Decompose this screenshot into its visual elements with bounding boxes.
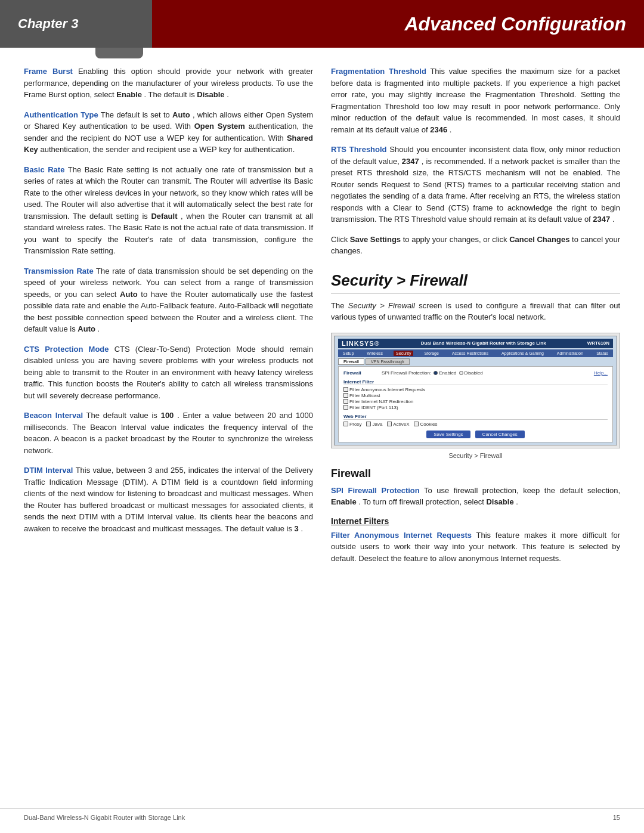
checkbox-nat	[343, 399, 348, 404]
ss-web-filter-row: Proxy Java ActiveX Cookies	[343, 422, 608, 427]
chapter-tab	[95, 48, 143, 58]
ss-web-cookies: Cookies	[414, 422, 437, 427]
ss-subtab-firewall: Firewall	[338, 358, 364, 365]
frame-burst-title: Frame Burst	[24, 67, 73, 76]
ss-radio-disabled: Disabled	[459, 370, 483, 376]
ss-filter-nat: Filter Internet NAT Redirection	[343, 399, 608, 404]
checkbox-ident	[343, 405, 348, 410]
spi-firewall-title: SPI Firewall Protection	[331, 486, 420, 495]
checkbox-anon	[343, 387, 348, 392]
page-footer: Dual-Band Wireless-N Gigabit Router with…	[0, 809, 644, 821]
ss-nav-bar: Setup Wireless Security Storage Access R…	[338, 349, 613, 357]
ss-filter-ident: Filter IDENT (Port 113)	[343, 405, 608, 410]
internet-filters-heading: Internet Filters	[331, 516, 620, 526]
ss-device-name: Dual Band Wireless-N Gigabit Router with…	[421, 340, 546, 346]
ss-save-btn: Save Settings	[426, 431, 470, 438]
rts-threshold-para: RTS Threshold Should you encounter incon…	[331, 144, 620, 225]
security-firewall-heading: Security > Firewall	[331, 271, 620, 294]
ss-firewall-row: Firewall SPI Firewall Protection: Enable…	[343, 370, 608, 376]
security-firewall-intro: The Security > Firewall screen is used t…	[331, 300, 620, 323]
page-title: Advanced Configuration	[152, 0, 644, 48]
beacon-interval-para: Beacon Interval The default value is 100…	[24, 410, 313, 456]
basic-rate-para: Basic Rate The Basic Rate setting is not…	[24, 164, 313, 257]
left-column: Frame Burst Enabling this option should …	[24, 66, 313, 572]
ss-nav-storage: Storage	[422, 351, 441, 356]
ss-body: Firewall SPI Firewall Protection: Enable…	[338, 366, 613, 442]
screenshot-inner: LINKSYS® Dual Band Wireless-N Gigabit Ro…	[334, 336, 617, 445]
cts-protection-title: CTS Protection Mode	[24, 345, 109, 354]
ss-filter-anon: Filter Anonymous Internet Requests	[343, 387, 608, 392]
ss-cancel-btn: Cancel Changes	[475, 431, 525, 438]
ss-nav-setup: Setup	[340, 351, 356, 356]
ss-topbar: LINKSYS® Dual Band Wireless-N Gigabit Ro…	[338, 339, 613, 348]
ss-spi-label: SPI Firewall Protection:	[382, 370, 431, 376]
filter-anon-title: Filter Anonymous Internet Requests	[331, 531, 472, 540]
checkbox-cookies	[414, 422, 419, 426]
fragmentation-para: Fragmentation Threshold This value speci…	[331, 66, 620, 135]
ss-nav-apps: Applications & Gaming	[499, 351, 546, 356]
firewall-heading: Firewall	[331, 467, 620, 480]
save-settings-note: Click Save Settings to apply your change…	[331, 234, 620, 257]
ss-web-java: Java	[366, 422, 382, 427]
screenshot-caption: Security > Firewall	[331, 452, 620, 459]
dtim-interval-para: DTIM Interval This value, between 3 and …	[24, 465, 313, 534]
ss-action-buttons: Save Settings Cancel Changes	[343, 431, 608, 438]
ss-internet-filter-section: Internet Filter Filter Anonymous Interne…	[343, 379, 608, 410]
transmission-rate-title: Transmission Rate	[24, 267, 94, 275]
ss-firewall-label: Firewall	[343, 370, 379, 376]
ss-radio-enabled: Enabled	[434, 370, 456, 376]
transmission-rate-para: Transmission Rate The rate of data trans…	[24, 265, 313, 335]
fragmentation-title: Fragmentation Threshold	[331, 67, 426, 76]
chapter-label: Chapter 3	[0, 0, 152, 48]
ss-web-filter-label: Web Filter	[343, 414, 608, 420]
checkbox-activex	[387, 422, 392, 426]
checkbox-proxy	[343, 422, 348, 426]
radio-enabled-icon	[434, 371, 438, 375]
ss-linksys-logo: LINKSYS®	[342, 340, 380, 347]
ss-nav-admin: Administration	[555, 351, 586, 356]
ss-web-activex: ActiveX	[387, 422, 409, 427]
ss-subtabs: Firewall VPN Passthrough	[338, 358, 613, 365]
footer-right: 15	[613, 814, 620, 821]
main-content: Frame Burst Enabling this option should …	[0, 48, 644, 596]
right-column: Fragmentation Threshold This value speci…	[331, 66, 620, 572]
footer-left: Dual-Band Wireless-N Gigabit Router with…	[24, 814, 185, 821]
filter-anon-para: Filter Anonymous Internet Requests This …	[331, 529, 620, 565]
ss-subtab-vpn: VPN Passthrough	[366, 358, 410, 365]
ss-filter-multicast: Filter Multicast	[343, 393, 608, 398]
ss-internet-filter-label: Internet Filter	[343, 379, 608, 385]
checkbox-multicast	[343, 393, 348, 398]
spi-firewall-para: SPI Firewall Protection To use firewall …	[331, 485, 620, 508]
auth-type-title: Authentication Type	[24, 110, 98, 119]
cts-protection-para: CTS Protection Mode CTS (Clear-To-Send) …	[24, 343, 313, 402]
ss-nav-status: Status	[594, 351, 611, 356]
screenshot-mockup: LINKSYS® Dual Band Wireless-N Gigabit Ro…	[331, 333, 620, 448]
ss-nav-wireless: Wireless	[364, 351, 385, 356]
frame-burst-para: Frame Burst Enabling this option should …	[24, 66, 313, 101]
basic-rate-title: Basic Rate	[24, 165, 64, 174]
ss-spi-row: SPI Firewall Protection: Enabled Disable…	[382, 370, 592, 376]
checkbox-java	[366, 422, 371, 426]
rts-threshold-title: RTS Threshold	[331, 145, 387, 154]
page-header: Chapter 3 Advanced Configuration	[0, 0, 644, 48]
ss-web-filter-section: Web Filter Proxy Java ActiveX	[343, 414, 608, 427]
auth-type-para: Authentication Type The default is set t…	[24, 109, 313, 156]
ss-nav-security: Security	[394, 351, 413, 356]
ss-help-btn: Help...	[594, 370, 608, 376]
dtim-interval-title: DTIM Interval	[24, 466, 73, 475]
ss-model: WRT610N	[587, 340, 609, 346]
ss-web-proxy: Proxy	[343, 422, 361, 427]
beacon-interval-title: Beacon Interval	[24, 411, 83, 420]
ss-nav-access: Access Restrictions	[450, 351, 491, 356]
radio-disabled-icon	[459, 371, 463, 375]
